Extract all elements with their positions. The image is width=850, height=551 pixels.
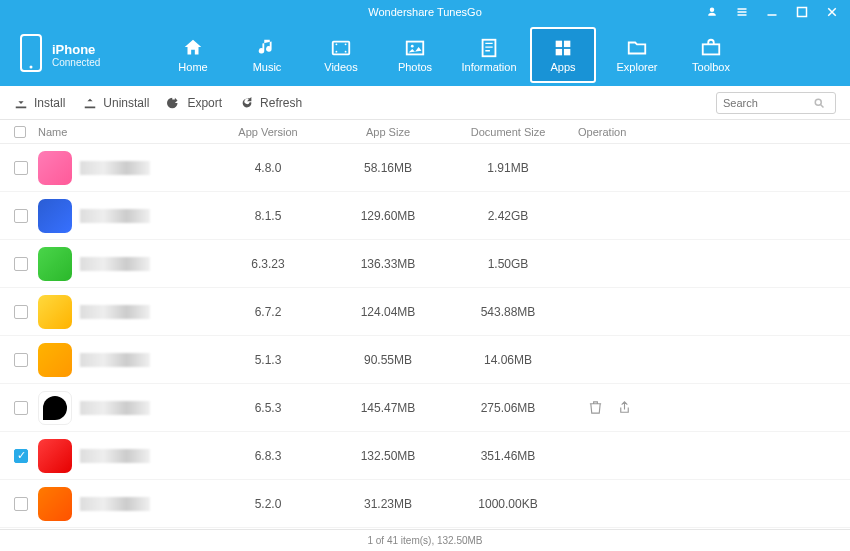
nav-photos[interactable]: Photos — [382, 27, 448, 83]
doc-size: 275.06MB — [448, 401, 568, 415]
col-name[interactable]: Name — [38, 126, 208, 138]
col-size[interactable]: App Size — [328, 126, 448, 138]
videos-icon — [329, 37, 353, 59]
table-row[interactable]: 6.7.2124.04MB543.88MB — [0, 288, 850, 336]
app-name — [80, 257, 150, 271]
svg-point-5 — [336, 43, 338, 45]
home-icon — [181, 37, 205, 59]
svg-rect-15 — [564, 49, 570, 55]
doc-size: 14.06MB — [448, 353, 568, 367]
minimize-icon[interactable] — [766, 6, 778, 18]
apps-icon — [551, 37, 575, 59]
row-checkbox[interactable] — [14, 209, 28, 223]
svg-rect-16 — [703, 44, 720, 54]
row-operations — [568, 400, 688, 415]
close-icon[interactable] — [826, 6, 838, 18]
row-checkbox[interactable] — [14, 449, 28, 463]
menu-icon[interactable] — [736, 6, 748, 18]
app-name — [80, 305, 150, 319]
refresh-button[interactable]: Refresh — [240, 96, 302, 110]
app-size: 129.60MB — [328, 209, 448, 223]
doc-size: 1.91MB — [448, 161, 568, 175]
nav-toolbox[interactable]: Toolbox — [678, 27, 744, 83]
toolbox-icon — [699, 37, 723, 59]
status-bar: 1 of 41 item(s), 132.50MB — [0, 529, 850, 551]
doc-size: 1.50GB — [448, 257, 568, 271]
delete-icon[interactable] — [588, 400, 603, 415]
app-list[interactable]: 4.8.058.16MB1.91MB8.1.5129.60MB2.42GB6.3… — [0, 144, 850, 529]
app-version: 6.7.2 — [208, 305, 328, 319]
app-version: 8.1.5 — [208, 209, 328, 223]
svg-point-6 — [336, 51, 338, 53]
table-row[interactable]: 6.3.23136.33MB1.50GB — [0, 240, 850, 288]
app-name — [80, 497, 150, 511]
table-row[interactable]: 5.1.390.55MB14.06MB — [0, 336, 850, 384]
col-version[interactable]: App Version — [208, 126, 328, 138]
row-checkbox[interactable] — [14, 401, 28, 415]
titlebar: Wondershare TunesGo — [0, 0, 850, 24]
table-row[interactable]: 6.8.3132.50MB351.46MB — [0, 432, 850, 480]
nav-music[interactable]: Music — [234, 27, 300, 83]
export-button[interactable]: Export — [167, 96, 222, 110]
table-row[interactable]: 5.2.031.23MB1000.00KB — [0, 480, 850, 528]
app-size: 136.33MB — [328, 257, 448, 271]
row-checkbox[interactable] — [14, 257, 28, 271]
row-checkbox[interactable] — [14, 497, 28, 511]
doc-size: 351.46MB — [448, 449, 568, 463]
nav-home[interactable]: Home — [160, 27, 226, 83]
app-icon — [38, 151, 72, 185]
row-checkbox[interactable] — [14, 353, 28, 367]
uninstall-button[interactable]: Uninstall — [83, 96, 149, 110]
device-info[interactable]: iPhone Connected — [0, 33, 150, 77]
nav-label: Information — [461, 61, 516, 73]
app-title: Wondershare TunesGo — [368, 6, 482, 18]
app-icon — [38, 391, 72, 425]
header: iPhone Connected HomeMusicVideosPhotosIn… — [0, 24, 850, 86]
svg-point-7 — [345, 43, 347, 45]
nav-apps[interactable]: Apps — [530, 27, 596, 83]
nav-label: Apps — [550, 61, 575, 73]
svg-rect-13 — [564, 41, 570, 47]
app-size: 58.16MB — [328, 161, 448, 175]
app-version: 5.2.0 — [208, 497, 328, 511]
search-input[interactable] — [723, 97, 813, 109]
nav-label: Photos — [398, 61, 432, 73]
nav-label: Explorer — [617, 61, 658, 73]
nav-information[interactable]: Information — [456, 27, 522, 83]
export-icon[interactable] — [617, 400, 632, 415]
col-docsize[interactable]: Document Size — [448, 126, 568, 138]
table-row[interactable]: 8.1.5129.60MB2.42GB — [0, 192, 850, 240]
maximize-icon[interactable] — [796, 6, 808, 18]
table-row[interactable]: 4.8.058.16MB1.91MB — [0, 144, 850, 192]
nav-explorer[interactable]: Explorer — [604, 27, 670, 83]
doc-size: 2.42GB — [448, 209, 568, 223]
app-name — [80, 449, 150, 463]
table-row[interactable]: 6.5.3145.47MB275.06MB — [0, 384, 850, 432]
nav-videos[interactable]: Videos — [308, 27, 374, 83]
photos-icon — [403, 37, 427, 59]
select-all-checkbox[interactable] — [14, 126, 26, 138]
app-version: 6.3.23 — [208, 257, 328, 271]
app-size: 132.50MB — [328, 449, 448, 463]
app-size: 90.55MB — [328, 353, 448, 367]
install-button[interactable]: Install — [14, 96, 65, 110]
device-status: Connected — [52, 57, 100, 68]
main-nav: HomeMusicVideosPhotosInformationAppsExpl… — [150, 27, 850, 83]
svg-point-10 — [411, 45, 414, 48]
svg-rect-0 — [768, 14, 777, 16]
app-name — [80, 353, 150, 367]
row-checkbox[interactable] — [14, 305, 28, 319]
device-name: iPhone — [52, 42, 100, 57]
app-name — [80, 209, 150, 223]
row-checkbox[interactable] — [14, 161, 28, 175]
search-box[interactable] — [716, 92, 836, 114]
doc-size: 1000.00KB — [448, 497, 568, 511]
app-version: 6.5.3 — [208, 401, 328, 415]
app-icon — [38, 295, 72, 329]
app-icon — [38, 343, 72, 377]
phone-icon — [18, 33, 44, 77]
app-size: 31.23MB — [328, 497, 448, 511]
app-size: 124.04MB — [328, 305, 448, 319]
svg-point-17 — [815, 99, 821, 105]
user-icon[interactable] — [706, 6, 718, 18]
